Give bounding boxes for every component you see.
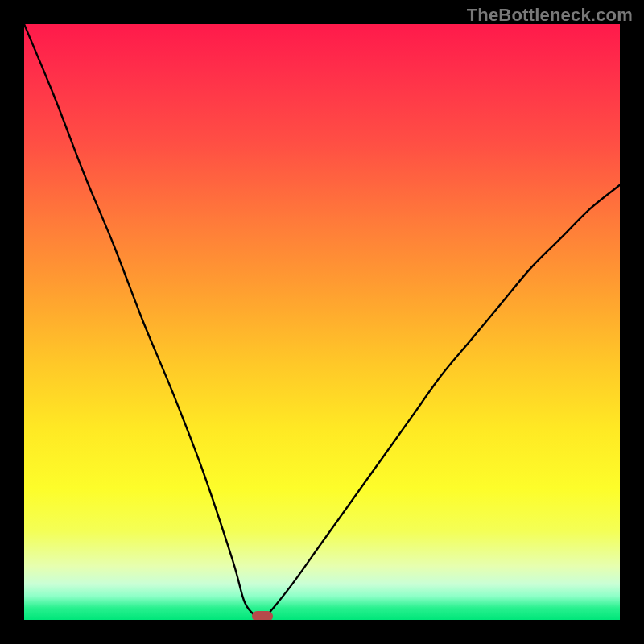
chart-frame: TheBottleneck.com [0,0,644,644]
optimal-marker [252,611,273,620]
bottleneck-curve [24,24,620,620]
plot-area [24,24,620,620]
attribution-text: TheBottleneck.com [467,5,633,26]
